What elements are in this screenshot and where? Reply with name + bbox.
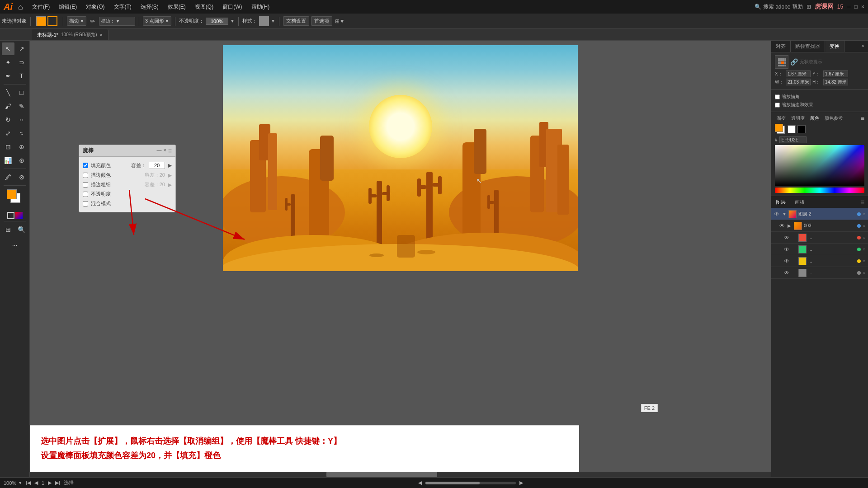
- scale-tool[interactable]: ⤢: [2, 127, 14, 140]
- menu-item-edit[interactable]: 编辑(E): [55, 2, 80, 12]
- fill-color-swatch[interactable]: [34, 15, 59, 27]
- stroke-width-expand[interactable]: ▶: [168, 182, 172, 188]
- layer-lock-btn[interactable]: ○: [863, 247, 865, 252]
- pen-tool[interactable]: ✒: [2, 70, 14, 82]
- prefs-chevron[interactable]: ⊞▼: [335, 18, 345, 24]
- eyedropper-tool[interactable]: 🖉: [2, 171, 14, 183]
- color-gradient-picker[interactable]: [775, 145, 864, 186]
- stroke-width-checkbox[interactable]: [83, 182, 88, 188]
- page-nav-prev[interactable]: ◀: [34, 480, 38, 486]
- symbol-tool[interactable]: ⊛: [15, 154, 28, 167]
- layer-visibility-toggle[interactable]: 👁: [774, 211, 780, 217]
- menu-item-object[interactable]: 对象(O): [82, 2, 108, 12]
- opacity-chevron[interactable]: ▼: [230, 19, 235, 23]
- h-scroll-thumb[interactable]: [326, 472, 438, 477]
- layer-item[interactable]: 👁 ▶ 003 ○: [771, 220, 868, 232]
- pencil-tool[interactable]: ✎: [15, 100, 28, 113]
- gradient-color[interactable]: [15, 212, 23, 219]
- scale-effects-checkbox[interactable]: [775, 103, 780, 108]
- panel-menu-btn[interactable]: ≡: [168, 147, 172, 155]
- direct-select-tool[interactable]: ↗: [15, 42, 28, 55]
- stroke-tolerance-expand[interactable]: ▶: [168, 172, 172, 178]
- window-minimize[interactable]: ─: [847, 4, 851, 10]
- reflect-tool[interactable]: ↔: [15, 113, 28, 126]
- fg-swatch[interactable]: [775, 124, 783, 132]
- layers-menu-btn[interactable]: ≡: [857, 196, 868, 208]
- panel-close-btn[interactable]: ×: [163, 147, 166, 155]
- layer-visibility-toggle[interactable]: 👁: [784, 235, 790, 241]
- scale-strokes-checkbox[interactable]: [775, 94, 780, 99]
- lock-proportions-icon[interactable]: 🔗: [790, 58, 798, 66]
- tab-layers[interactable]: 图层: [771, 197, 790, 208]
- window-close[interactable]: ×: [861, 4, 864, 10]
- layer-lock-btn[interactable]: ○: [863, 223, 865, 228]
- color-tab-reference[interactable]: 颜色参考: [823, 115, 844, 122]
- arrange-icon[interactable]: ⊞: [807, 4, 811, 10]
- transform-grid-icon[interactable]: [775, 55, 788, 69]
- prefs-btn[interactable]: 首选项: [311, 16, 332, 26]
- layer-expand-btn[interactable]: ▶: [788, 223, 792, 228]
- fill-color-checkbox[interactable]: [83, 163, 88, 168]
- panel-minimize-btn[interactable]: —: [156, 147, 161, 155]
- tab-pathfinder[interactable]: 路径查找器: [791, 41, 825, 52]
- layer-lock-btn[interactable]: ○: [863, 270, 865, 275]
- select-tool[interactable]: ↖: [2, 42, 14, 55]
- white-swatch[interactable]: [788, 125, 796, 133]
- layer-lock-btn[interactable]: ○: [863, 211, 865, 216]
- document-tab[interactable]: 未标题-1* 100% (RGB/预览) ×: [32, 29, 108, 40]
- menu-item-file[interactable]: 文件(F): [28, 2, 53, 12]
- layer-visibility-toggle[interactable]: 👁: [784, 258, 790, 264]
- home-icon[interactable]: ⌂: [18, 2, 23, 12]
- artboard-nav-left[interactable]: ◀: [418, 480, 422, 486]
- opacity-checkbox[interactable]: [83, 192, 88, 197]
- tab-transform[interactable]: 变换: [825, 41, 844, 52]
- menu-item-text[interactable]: 文字(T): [110, 2, 135, 12]
- draw-mode-select[interactable]: 描边 ▼: [67, 16, 86, 26]
- stroke-color-checkbox[interactable]: [83, 173, 88, 178]
- blend-tool[interactable]: ⊗: [15, 171, 28, 183]
- layer-visibility-toggle[interactable]: 👁: [784, 270, 790, 276]
- line-tool[interactable]: ╲: [2, 86, 14, 99]
- w-input[interactable]: [786, 79, 811, 85]
- tab-close-btn[interactable]: ×: [100, 32, 103, 38]
- foreground-color[interactable]: [7, 189, 17, 199]
- layer-lock-btn[interactable]: ○: [863, 235, 865, 240]
- color-panel-menu[interactable]: ≡: [861, 115, 864, 122]
- lasso-tool[interactable]: ⊃: [15, 56, 28, 69]
- menu-item-window[interactable]: 窗口(W): [219, 2, 245, 12]
- screen-mode[interactable]: ⊞: [2, 223, 14, 236]
- color-tab-color[interactable]: 颜色: [808, 115, 821, 122]
- tab-align[interactable]: 对齐: [771, 41, 791, 52]
- y-input[interactable]: [823, 70, 848, 77]
- search-icon[interactable]: 🔍 搜索 adobe 帮助: [755, 3, 802, 11]
- x-input[interactable]: [786, 70, 811, 77]
- menu-item-effect[interactable]: 效果(E): [164, 2, 189, 12]
- zoom-tool[interactable]: 🔍: [15, 223, 28, 236]
- h-input[interactable]: [823, 79, 848, 85]
- fill-tolerance-expand[interactable]: ▶: [168, 162, 172, 169]
- tab-artboards[interactable]: 画板: [790, 197, 809, 208]
- fill-tolerance-input[interactable]: [149, 162, 165, 169]
- brush-tool[interactable]: 🖌: [2, 100, 14, 113]
- menu-item-help[interactable]: 帮助(H): [248, 2, 274, 12]
- zoom-dropdown[interactable]: ▼: [18, 481, 22, 485]
- panel-close-icon[interactable]: ×: [858, 41, 868, 52]
- more-tools[interactable]: ···: [9, 239, 21, 251]
- layer-lock-btn[interactable]: ○: [863, 258, 865, 263]
- opacity-input[interactable]: [206, 18, 228, 25]
- doc-settings-btn[interactable]: 文档设置: [283, 16, 309, 26]
- chart-tool[interactable]: 📊: [2, 154, 14, 167]
- layer-visibility-toggle[interactable]: 👁: [784, 246, 790, 253]
- stroke-style-select[interactable]: 3 点圆形 ▼: [143, 16, 171, 26]
- menu-item-view[interactable]: 视图(Q): [191, 2, 217, 12]
- layer-item[interactable]: 👁 ... ○: [771, 267, 868, 279]
- layer-item[interactable]: 👁 ... ○: [771, 244, 868, 255]
- blend-mode-checkbox[interactable]: [83, 201, 88, 206]
- warp-tool[interactable]: ≈: [15, 127, 28, 140]
- none-color[interactable]: [7, 212, 14, 219]
- layer-visibility-toggle[interactable]: 👁: [779, 223, 786, 229]
- color-tab-opacity[interactable]: 透明度: [789, 115, 807, 122]
- brush-profile-select[interactable]: 描边： ▼: [99, 17, 135, 26]
- hex-input[interactable]: [779, 136, 807, 143]
- hue-slider[interactable]: [775, 188, 864, 193]
